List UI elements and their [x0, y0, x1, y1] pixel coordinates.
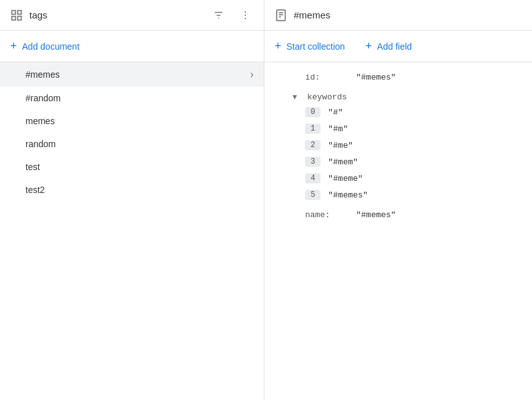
index-badge: 1: [305, 124, 320, 134]
index-badge: 4: [305, 173, 320, 183]
keywords-key: keywords: [307, 92, 347, 102]
start-collection-button[interactable]: + Start collection: [275, 39, 345, 53]
svg-rect-0: [12, 10, 16, 14]
document-icon: [275, 9, 287, 22]
name-key: name:: [305, 210, 356, 220]
svg-rect-3: [18, 16, 22, 20]
chevron-icon: ›: [250, 69, 254, 80]
id-field-row: id: "#memes": [280, 73, 517, 82]
index-badge: 3: [305, 157, 320, 167]
list-item[interactable]: test2: [0, 178, 264, 201]
keyword-value: "#m": [328, 124, 348, 134]
start-collection-label: Start collection: [287, 41, 345, 52]
index-badge: 5: [305, 190, 320, 200]
svg-point-9: [245, 18, 246, 19]
document-list: #memes›#randommemesrandomtesttest2: [0, 62, 264, 400]
list-item[interactable]: random: [0, 132, 264, 155]
keywords-header: ▼ keywords: [280, 92, 517, 102]
svg-rect-1: [18, 10, 22, 14]
doc-label: test2: [25, 185, 45, 195]
header-title-right: #memes: [294, 10, 522, 20]
header-actions: [210, 7, 254, 24]
doc-label: test: [25, 162, 40, 172]
left-panel: + Add document #memes›#randommemesrandom…: [0, 31, 264, 400]
index-badge: 0: [305, 107, 320, 117]
svg-point-8: [245, 14, 246, 15]
id-value: "#memes": [356, 73, 396, 82]
tags-icon: [10, 9, 23, 22]
header-right: #memes: [264, 0, 532, 30]
more-button[interactable]: [237, 7, 254, 24]
filter-button[interactable]: [210, 7, 227, 24]
doc-label: random: [25, 139, 55, 149]
keyword-row: 3 "#mem": [305, 157, 517, 167]
keywords-section: ▼ keywords 0 "#" 1 "#m" 2 "#me" 3 "#mem"…: [280, 92, 517, 200]
svg-rect-2: [12, 16, 16, 20]
document-content: id: "#memes" ▼ keywords 0 "#" 1 "#m" 2: [264, 62, 532, 400]
header-title-left: tags: [29, 10, 204, 20]
list-item[interactable]: test: [0, 155, 264, 178]
main-content: + Add document #memes›#randommemesrandom…: [0, 31, 532, 400]
right-actions: + Start collection + Add field: [264, 31, 532, 62]
list-item[interactable]: #memes›: [0, 62, 264, 87]
doc-label: #memes: [25, 69, 60, 80]
index-badge: 2: [305, 140, 320, 150]
add-field-button[interactable]: + Add field: [365, 39, 412, 53]
keyword-value: "#": [328, 108, 343, 117]
plus-icon-field: +: [365, 39, 372, 53]
keywords-items: 0 "#" 1 "#m" 2 "#me" 3 "#mem" 4 "#meme" …: [280, 107, 517, 200]
right-panel: + Start collection + Add field id: "#mem…: [264, 31, 532, 400]
svg-point-7: [245, 11, 246, 12]
name-value: "#memes": [356, 210, 396, 220]
plus-icon: +: [10, 39, 17, 53]
keyword-row: 1 "#m": [305, 124, 517, 134]
keyword-row: 2 "#me": [305, 140, 517, 150]
keyword-row: 4 "#meme": [305, 173, 517, 183]
plus-icon-collection: +: [275, 39, 282, 53]
add-document-button[interactable]: + Add document: [0, 31, 264, 62]
add-field-label: Add field: [377, 41, 412, 52]
expand-icon[interactable]: ▼: [292, 93, 297, 102]
header: tags: [0, 0, 532, 31]
keyword-row: 0 "#": [305, 107, 517, 117]
id-key: id:: [305, 73, 356, 82]
add-document-label: Add document: [22, 41, 80, 52]
header-left: tags: [0, 0, 264, 30]
keyword-value: "#meme": [328, 174, 363, 183]
keyword-row: 5 "#memes": [305, 190, 517, 200]
doc-label: memes: [25, 116, 55, 126]
list-item[interactable]: #random: [0, 87, 264, 110]
list-item[interactable]: memes: [0, 110, 264, 132]
keyword-value: "#mem": [328, 157, 358, 167]
doc-label: #random: [25, 93, 61, 103]
keyword-value: "#me": [328, 141, 353, 150]
keyword-value: "#memes": [328, 190, 368, 200]
name-field-row: name: "#memes": [280, 210, 517, 220]
